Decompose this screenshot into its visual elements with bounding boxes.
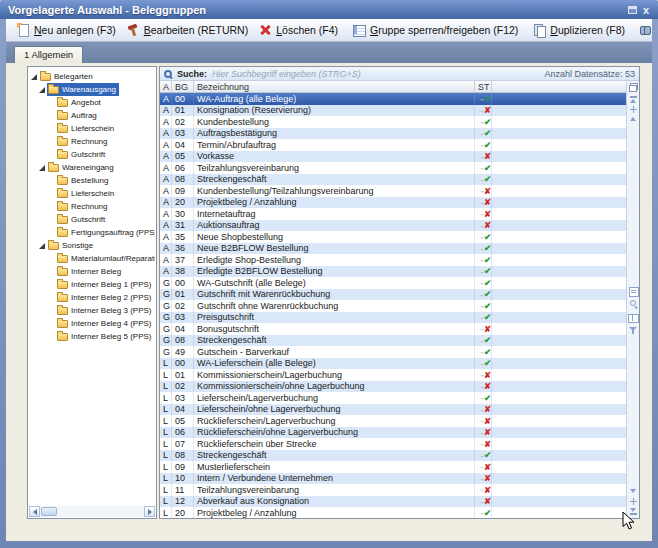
tree-item-gutschrift[interactable]: Gutschrift xyxy=(29,213,155,226)
table-row[interactable]: G01Gutschrift mit Warenrückbuchung→✔ xyxy=(160,289,626,301)
table-row[interactable]: L20Projektbeleg / Anzahlung→✔ xyxy=(160,507,626,518)
search-button[interactable]: Suchen (STRG+S) xyxy=(634,21,652,39)
cell-bezeichnung: Internetauftrag xyxy=(194,208,475,220)
table-row[interactable]: G03Preisgutschrift→✔ xyxy=(160,312,626,324)
card-view-icon[interactable] xyxy=(627,286,639,298)
table-row[interactable]: A20Projektbeleg / Anzahlung→✘ xyxy=(160,197,626,209)
search-input[interactable]: Hier Suchbegriff eingeben (STRG+S) xyxy=(212,69,544,79)
scroll-first-icon[interactable] xyxy=(627,94,639,104)
table-row[interactable]: A35Neue Shopbestellung→✔ xyxy=(160,231,626,243)
table-row[interactable]: L09Musterlieferschein→✘ xyxy=(160,461,626,473)
scroll-down-icon[interactable] xyxy=(627,486,639,496)
tree-item-lieferschein[interactable]: Lieferschein xyxy=(29,122,155,135)
new-document-icon xyxy=(16,23,30,37)
table-row[interactable]: A00WA-Auftrag (alle Belege)→✔ xyxy=(160,93,626,105)
tree-item-interner-beleg-4-pps[interactable]: Interner Beleg 4 (PPS) xyxy=(29,317,155,330)
tree-item-belegarten[interactable]: Belegarten xyxy=(29,70,155,83)
table-row[interactable]: G04Bonusgutschrift→✘ xyxy=(160,323,626,335)
tree-item-interner-beleg-5-pps[interactable]: Interner Beleg 5 (PPS) xyxy=(29,330,155,343)
table-row[interactable]: L04Lieferschein/ohne Lagerverbuchung→✘ xyxy=(160,404,626,416)
table-row[interactable]: A38Erledigte B2BFLOW Bestellung→✔ xyxy=(160,266,626,278)
scrollbar-thumb[interactable] xyxy=(41,507,57,516)
tree-item-bestellung[interactable]: Bestellung xyxy=(29,174,155,187)
filter-icon[interactable] xyxy=(627,325,639,337)
tree-item-lieferschein[interactable]: Lieferschein xyxy=(29,187,155,200)
tree-item-warenausgang[interactable]: Warenausgang xyxy=(29,83,155,96)
tree-item-interner-beleg-3-pps[interactable]: Interner Beleg 3 (PPS) xyxy=(29,304,155,317)
table-row[interactable]: L11Teilzahlungsvereinbarung→✘ xyxy=(160,484,626,496)
tree-horizontal-scrollbar[interactable] xyxy=(29,506,155,517)
table-row[interactable]: L07Rücklieferschein über Strecke→✘ xyxy=(160,438,626,450)
grid-nav-scrollbar[interactable] xyxy=(626,81,639,518)
edit-button[interactable]: Bearbeiten (RETURN) xyxy=(121,21,253,39)
scroll-page-up-icon[interactable] xyxy=(627,104,639,114)
column-header-a[interactable]: A xyxy=(160,81,172,92)
expand-arrow-icon[interactable] xyxy=(31,74,37,80)
table-row[interactable]: L08Streckengeschäft→✔ xyxy=(160,450,626,462)
cell-status: →✘ xyxy=(475,151,492,163)
table-row[interactable]: L06Rücklieferschein/ohne Lagerverbuchung… xyxy=(160,427,626,439)
table-row[interactable]: A06Teilzahlungsvereinbarung→✔ xyxy=(160,162,626,174)
tree-item-interner-beleg-2-pps[interactable]: Interner Beleg 2 (PPS) xyxy=(29,291,155,304)
folder-icon xyxy=(57,307,68,315)
table-row[interactable]: A30Internetauftrag→✘ xyxy=(160,208,626,220)
tree-item-fertigungsauftrag-pps[interactable]: Fertigungsauftrag (PPS) xyxy=(29,226,155,239)
table-row[interactable]: L12Abverkauf aus Konsignation→✘ xyxy=(160,496,626,508)
table-row[interactable]: G00WA-Gutschrift (alle Belege)→✔ xyxy=(160,277,626,289)
tree-item-rechnung[interactable]: Rechnung xyxy=(29,135,155,148)
table-row[interactable]: L10Intern / Verbundene Unternehmen→✘ xyxy=(160,473,626,485)
column-header-st[interactable]: ST xyxy=(475,81,492,92)
tab-allgemein[interactable]: 1 Allgemein xyxy=(14,46,83,63)
search-bar[interactable]: Suche: Hier Suchbegriff eingeben (STRG+S… xyxy=(160,67,639,81)
scroll-last-icon[interactable] xyxy=(627,506,639,516)
scroll-left-button[interactable] xyxy=(29,506,40,517)
scroll-page-down-icon[interactable] xyxy=(627,496,639,506)
expand-arrow-icon[interactable] xyxy=(39,87,45,93)
tree-item-auftrag[interactable]: Auftrag xyxy=(29,109,155,122)
table-row[interactable]: A09Kundenbestellung/Teilzahlungsvereinba… xyxy=(160,185,626,197)
delete-button[interactable]: Löschen (F4) xyxy=(253,21,343,39)
cell-bg: 08 xyxy=(172,174,194,186)
table-row[interactable]: A31Auktionsauftrag→✘ xyxy=(160,220,626,232)
tree-item-interner-beleg[interactable]: Interner Beleg xyxy=(29,265,155,278)
table-row[interactable]: L02Kommissionierschein/ohne Lagerbuchung… xyxy=(160,381,626,393)
column-header-bezeichnung[interactable]: Bezeichnung xyxy=(194,81,475,92)
table-row[interactable]: L01Kommissionierschein/Lagerbuchung→✘ xyxy=(160,369,626,381)
table-row[interactable]: G49Gutschein - Barverkauf→✔ xyxy=(160,346,626,358)
duplicate-button[interactable]: Duplizieren (F8) xyxy=(527,21,630,39)
table-row[interactable]: A05Vorkasse→✘ xyxy=(160,151,626,163)
column-header-bg[interactable]: BG xyxy=(172,81,194,92)
scroll-up-icon[interactable] xyxy=(627,114,639,124)
table-row[interactable]: G02Gutschrift ohne Warenrückbuchung→✔ xyxy=(160,300,626,312)
list-view-icon[interactable] xyxy=(627,312,639,324)
table-row[interactable]: A08Streckengeschäft→✔ xyxy=(160,174,626,186)
table-row[interactable]: A01Konsignation (Reservierung)→✘ xyxy=(160,105,626,117)
table-row[interactable]: G08Streckengeschäft→✔ xyxy=(160,335,626,347)
table-row[interactable]: A03Auftragsbestätigung→✔ xyxy=(160,128,626,140)
status-active-icon: ✔ xyxy=(484,118,491,127)
tree-item-angebot[interactable]: Angebot xyxy=(29,96,155,109)
tree-item-interner-beleg-1-pps[interactable]: Interner Beleg 1 (PPS) xyxy=(29,278,155,291)
table-row[interactable]: L05Rücklieferschein/Lagerverbuchung→✘ xyxy=(160,415,626,427)
close-icon[interactable]: x xyxy=(643,5,649,15)
tree-item-sonstige[interactable]: Sonstige xyxy=(29,239,155,252)
restore-window-icon[interactable] xyxy=(628,6,637,14)
tree-item-rechnung[interactable]: Rechnung xyxy=(29,200,155,213)
expand-arrow-icon[interactable] xyxy=(39,243,45,249)
table-row[interactable]: A36Neue B2BFLOW Bestellung→✔ xyxy=(160,243,626,255)
tree-item-gutschrift[interactable]: Gutschrift xyxy=(29,148,155,161)
group-lock-button[interactable]: Gruppe sperren/freigeben (F12) xyxy=(347,21,523,39)
scroll-right-button[interactable] xyxy=(144,506,155,517)
table-row[interactable]: A02Kundenbestellung→✔ xyxy=(160,116,626,128)
new-button[interactable]: Neu anlegen (F3) xyxy=(11,21,121,39)
table-row[interactable]: A04Termin/Abrufauftrag→✔ xyxy=(160,139,626,151)
table-row[interactable]: L03Lieferschein/Lagerverbuchung→✔ xyxy=(160,392,626,404)
table-row[interactable]: L00WA-Lieferschein (alle Belege)→✔ xyxy=(160,358,626,370)
table-row[interactable]: A37Erledigte Shop-Bestellung→✔ xyxy=(160,254,626,266)
expand-arrow-icon[interactable] xyxy=(39,165,45,171)
column-chooser-icon[interactable] xyxy=(629,83,638,92)
tree-item-wareneingang[interactable]: Wareneingang xyxy=(29,161,155,174)
quick-search-icon[interactable] xyxy=(627,299,639,311)
cell-filler xyxy=(492,461,626,473)
tree-item-materialumlauf-reparatur[interactable]: Materialumlauf/Reparatur xyxy=(29,252,155,265)
